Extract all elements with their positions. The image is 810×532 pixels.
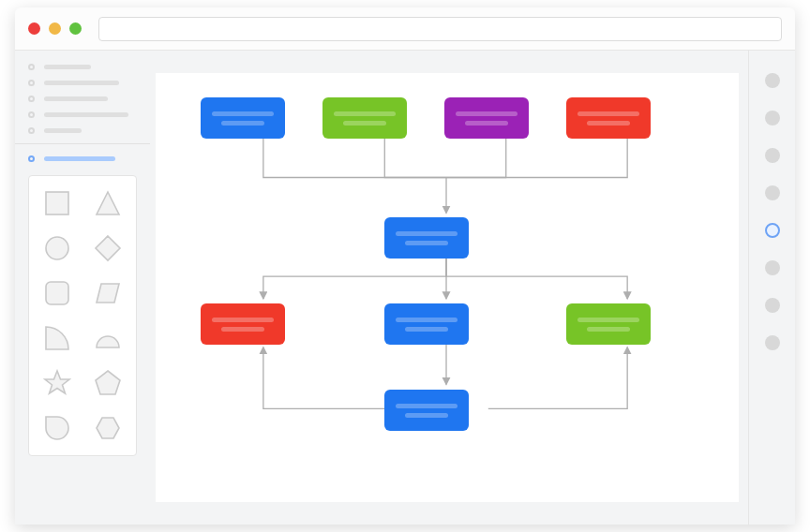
- svg-point-2: [46, 237, 68, 259]
- tool-button[interactable]: [765, 335, 780, 350]
- tool-button-active[interactable]: [765, 223, 780, 238]
- shape-hexagon-icon[interactable]: [92, 412, 124, 444]
- layer-item[interactable]: [28, 96, 137, 102]
- shape-rounded-square-icon[interactable]: [41, 277, 73, 309]
- zoom-button[interactable]: [69, 22, 82, 35]
- title-bar: [15, 7, 795, 51]
- shape-diamond-icon[interactable]: [92, 232, 124, 264]
- tool-button[interactable]: [765, 185, 780, 200]
- shape-pentagon-icon[interactable]: [92, 367, 124, 399]
- minimize-button[interactable]: [49, 22, 61, 35]
- layer-list: [28, 64, 137, 134]
- left-sidebar: [15, 51, 150, 525]
- selected-layer[interactable]: [28, 155, 137, 166]
- flow-node[interactable]: [322, 97, 407, 139]
- shape-star-icon[interactable]: [41, 367, 73, 399]
- flow-node[interactable]: [384, 303, 469, 345]
- flow-node[interactable]: [384, 217, 469, 259]
- svg-marker-6: [45, 371, 69, 393]
- canvas-surface[interactable]: [156, 73, 739, 502]
- svg-marker-3: [96, 236, 120, 260]
- layer-item[interactable]: [28, 64, 137, 70]
- layer-item[interactable]: [28, 127, 137, 134]
- app-window: [15, 7, 795, 525]
- shape-triangle-icon[interactable]: [92, 187, 124, 219]
- shape-palette: [28, 175, 137, 456]
- tool-button[interactable]: [765, 148, 780, 163]
- traffic-lights: [28, 22, 82, 35]
- flow-node[interactable]: [201, 303, 285, 345]
- svg-rect-4: [46, 282, 68, 304]
- flow-node[interactable]: [566, 97, 651, 139]
- tool-button[interactable]: [765, 260, 780, 275]
- flow-node[interactable]: [384, 390, 469, 431]
- flow-node[interactable]: [444, 97, 529, 139]
- svg-marker-7: [96, 371, 120, 394]
- svg-marker-1: [97, 192, 119, 214]
- layer-item[interactable]: [28, 111, 137, 118]
- shape-semicircle-icon[interactable]: [92, 322, 124, 354]
- tool-button[interactable]: [765, 73, 780, 88]
- svg-rect-0: [46, 192, 68, 214]
- content-area: [15, 51, 795, 525]
- shape-quarter-circle-icon[interactable]: [41, 322, 73, 354]
- svg-marker-5: [97, 284, 119, 303]
- right-toolbar: [748, 51, 795, 525]
- shape-circle-icon[interactable]: [41, 232, 73, 264]
- tool-button[interactable]: [765, 298, 780, 313]
- address-bar[interactable]: [98, 17, 782, 41]
- tool-button[interactable]: [765, 111, 780, 126]
- layer-item[interactable]: [28, 80, 137, 86]
- close-button[interactable]: [28, 22, 40, 35]
- svg-marker-8: [97, 418, 119, 438]
- shape-trapezoid-icon[interactable]: [92, 277, 124, 309]
- shape-square-icon[interactable]: [41, 187, 73, 219]
- shape-teardrop-icon[interactable]: [41, 412, 73, 444]
- canvas[interactable]: [150, 51, 748, 525]
- flow-node[interactable]: [566, 303, 651, 345]
- flow-node[interactable]: [201, 97, 285, 139]
